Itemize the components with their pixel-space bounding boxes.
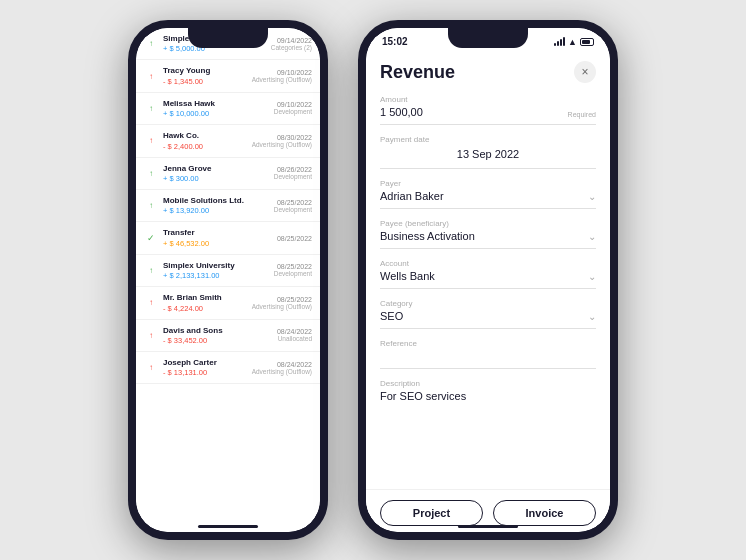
tx-category: Categories (2) bbox=[271, 44, 312, 51]
account-chevron: ⌄ bbox=[588, 271, 596, 282]
tx-amount: - $ 13,131.00 bbox=[163, 368, 247, 377]
category-label: Category bbox=[380, 299, 596, 308]
revenue-sheet: Revenue × Amount 1 500,00 Required Payme… bbox=[366, 51, 610, 525]
right-screen: 15:02 ▲ Revenue × bbox=[366, 28, 610, 532]
description-field: Description For SEO services bbox=[380, 379, 596, 442]
category-field: Category SEO ⌄ bbox=[380, 299, 596, 329]
tx-category: Advertising (Outflow) bbox=[252, 76, 312, 83]
payee-field: Payee (beneficiary) Business Activation … bbox=[380, 219, 596, 249]
transaction-item[interactable]: ↑ Mr. Brian Smith - $ 4,224.00 08/25/202… bbox=[136, 287, 320, 319]
tx-date: 09/14/2022 bbox=[271, 37, 312, 44]
tx-icon: ↑ bbox=[144, 296, 158, 310]
battery-icon bbox=[580, 38, 594, 46]
payee-label: Payee (beneficiary) bbox=[380, 219, 596, 228]
wifi-icon: ▲ bbox=[568, 37, 577, 47]
tx-date: 08/30/2022 bbox=[252, 134, 312, 141]
tx-amount: + $ 46,532.00 bbox=[163, 239, 272, 248]
signal-icon bbox=[554, 37, 565, 46]
account-field: Account Wells Bank ⌄ bbox=[380, 259, 596, 289]
payment-date-field: Payment date 13 Sep 2022 bbox=[380, 135, 596, 169]
reference-field: Reference bbox=[380, 339, 596, 369]
payer-value[interactable]: Adrian Baker bbox=[380, 190, 444, 202]
transaction-item[interactable]: ↑ Davis and Sons - $ 33,452.00 08/24/202… bbox=[136, 320, 320, 352]
tx-icon: ↑ bbox=[144, 361, 158, 375]
tx-icon: ↑ bbox=[144, 199, 158, 213]
home-indicator-right bbox=[458, 525, 518, 528]
reference-value[interactable] bbox=[380, 350, 596, 362]
tx-date: 09/10/2022 bbox=[252, 69, 312, 76]
transaction-item[interactable]: ✓ Transfer + $ 46,532.00 08/25/2022 bbox=[136, 222, 320, 254]
payer-label: Payer bbox=[380, 179, 596, 188]
tx-category: Development bbox=[274, 270, 312, 277]
payer-chevron: ⌄ bbox=[588, 191, 596, 202]
tx-name: Joseph Carter bbox=[163, 358, 247, 368]
revenue-title: Revenue bbox=[380, 62, 455, 83]
tx-amount: - $ 1,345.00 bbox=[163, 77, 247, 86]
tx-icon: ✓ bbox=[144, 231, 158, 245]
account-label: Account bbox=[380, 259, 596, 268]
transaction-item[interactable]: ↑ Melissa Hawk + $ 10,000.00 09/10/2022 … bbox=[136, 93, 320, 125]
tx-name: Simplex University bbox=[163, 261, 269, 271]
tx-category: Unallocated bbox=[277, 335, 312, 342]
tx-category: Advertising (Outflow) bbox=[252, 368, 312, 375]
transaction-item[interactable]: ↑ Tracy Young - $ 1,345.00 09/10/2022 Ad… bbox=[136, 60, 320, 92]
tx-name: Transfer bbox=[163, 228, 272, 238]
account-value[interactable]: Wells Bank bbox=[380, 270, 435, 282]
tx-name: Mr. Brian Smith bbox=[163, 293, 247, 303]
amount-required: Required bbox=[568, 111, 596, 118]
tx-icon: ↑ bbox=[144, 166, 158, 180]
close-button[interactable]: × bbox=[574, 61, 596, 83]
tx-date: 08/25/2022 bbox=[274, 263, 312, 270]
tx-category: Development bbox=[274, 173, 312, 180]
transaction-item[interactable]: ↑ Jenna Grove + $ 300.00 08/26/2022 Deve… bbox=[136, 158, 320, 190]
project-button[interactable]: Project bbox=[380, 500, 483, 526]
payment-date-label: Payment date bbox=[380, 135, 596, 144]
tx-icon: ↑ bbox=[144, 263, 158, 277]
transaction-item[interactable]: ↑ Joseph Carter - $ 13,131.00 08/24/2022… bbox=[136, 352, 320, 384]
invoice-button[interactable]: Invoice bbox=[493, 500, 596, 526]
tx-amount: + $ 2,133,131.00 bbox=[163, 271, 269, 280]
left-phone: ↑ Simplex University + $ 5,000.00 09/14/… bbox=[128, 20, 328, 540]
tx-icon: ↑ bbox=[144, 134, 158, 148]
revenue-header: Revenue × bbox=[380, 61, 596, 83]
tx-category: Development bbox=[274, 206, 312, 213]
notch-right bbox=[448, 28, 528, 48]
category-chevron: ⌄ bbox=[588, 311, 596, 322]
tx-category: Advertising (Outflow) bbox=[252, 141, 312, 148]
transaction-item[interactable]: ↑ Simplex University + $ 2,133,131.00 08… bbox=[136, 255, 320, 287]
amount-label: Amount bbox=[380, 95, 423, 104]
tx-date: 08/25/2022 bbox=[277, 235, 312, 242]
tx-amount: - $ 2,400.00 bbox=[163, 142, 247, 151]
tx-amount: - $ 33,452.00 bbox=[163, 336, 272, 345]
payment-date-value[interactable]: 13 Sep 2022 bbox=[380, 146, 596, 162]
transaction-item[interactable]: ↑ Hawk Co. - $ 2,400.00 08/30/2022 Adver… bbox=[136, 125, 320, 157]
description-value[interactable]: For SEO services bbox=[380, 390, 596, 402]
payee-value[interactable]: Business Activation bbox=[380, 230, 475, 242]
tx-icon: ↑ bbox=[144, 328, 158, 342]
amount-value[interactable]: 1 500,00 bbox=[380, 106, 423, 118]
payee-chevron: ⌄ bbox=[588, 231, 596, 242]
tx-date: 09/10/2022 bbox=[274, 101, 312, 108]
tx-name: Hawk Co. bbox=[163, 131, 247, 141]
status-time: 15:02 bbox=[382, 36, 408, 47]
tx-date: 08/24/2022 bbox=[277, 328, 312, 335]
transaction-item[interactable]: ↑ Mobile Solutions Ltd. + $ 13,920.00 08… bbox=[136, 190, 320, 222]
tx-category: Development bbox=[274, 108, 312, 115]
tx-amount: + $ 13,920.00 bbox=[163, 206, 269, 215]
notch-left bbox=[188, 28, 268, 48]
tx-date: 08/24/2022 bbox=[252, 361, 312, 368]
home-indicator-left bbox=[198, 525, 258, 528]
tx-category: Advertising (Outflow) bbox=[252, 303, 312, 310]
category-value[interactable]: SEO bbox=[380, 310, 403, 322]
tx-amount: + $ 10,000.00 bbox=[163, 109, 269, 118]
transaction-list: ↑ Simplex University + $ 5,000.00 09/14/… bbox=[136, 28, 320, 532]
tx-name: Melissa Hawk bbox=[163, 99, 269, 109]
tx-icon: ↑ bbox=[144, 37, 158, 51]
payer-field: Payer Adrian Baker ⌄ bbox=[380, 179, 596, 209]
tx-amount: + $ 300.00 bbox=[163, 174, 269, 183]
tx-icon: ↑ bbox=[144, 69, 158, 83]
tx-icon: ↑ bbox=[144, 101, 158, 115]
amount-field: Amount 1 500,00 Required bbox=[380, 95, 596, 125]
tx-amount: - $ 4,224.00 bbox=[163, 304, 247, 313]
tx-date: 08/26/2022 bbox=[274, 166, 312, 173]
